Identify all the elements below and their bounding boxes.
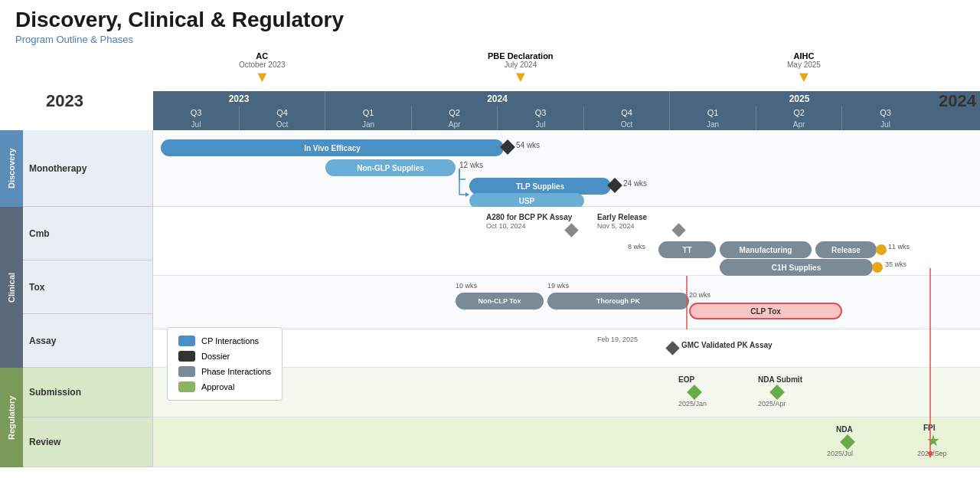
a280-date: Oct 10, 2024 — [486, 222, 526, 230]
clinical-section-label: Clinical Cmb Tox Assay — [0, 207, 153, 368]
bar-tlp: TLP Supplies — [469, 178, 611, 195]
page-title: Discovery, Clinical & Regulatory — [0, 0, 980, 34]
nonclptox-weeks: 10 wks — [456, 282, 477, 290]
gmc-label: GMC Validated PK Assay — [681, 341, 773, 349]
assay-label: Assay — [23, 314, 153, 368]
early-release-diamond — [671, 223, 685, 237]
header-years: 2023 2024 2025 — [153, 91, 980, 106]
q4-2024: Q4 — [584, 106, 670, 119]
row-review: NDA 2025/Jul ★ FPI 2025/Sep — [153, 418, 980, 467]
bar-clptox: CLP Tox — [689, 303, 842, 319]
a280-diamond — [564, 223, 578, 237]
q2-2025: Q2 — [756, 106, 842, 119]
legend-color-phase2 — [178, 366, 195, 377]
legend: CP Interactions Dossier Phase Interactio… — [167, 327, 283, 401]
ms-pbe-label: PBE Declaration — [488, 51, 554, 61]
nda-submit-date: 2025/Apr — [758, 400, 786, 408]
left-labels: Discovery Monotherapy Clinical Cmb Tox A… — [0, 130, 153, 467]
discovery-tab: Discovery — [0, 130, 23, 207]
gmc-diamond — [665, 341, 679, 355]
bar-manufacturing: Manufacturing — [720, 241, 812, 258]
month-jan-24: Jan — [325, 119, 412, 130]
release-weeks: 11 wks — [888, 243, 910, 250]
month-oct-24: Oct — [584, 119, 670, 130]
month-jan-25: Jan — [670, 119, 756, 130]
gantt-body: Discovery Monotherapy Clinical Cmb Tox A… — [0, 130, 980, 467]
eop-diamond — [687, 385, 702, 400]
regulatory-rows: Submission Review — [23, 368, 153, 467]
svg-marker-0 — [466, 192, 469, 197]
q1-2024: Q1 — [325, 106, 412, 119]
gmc-date: Feb 19, 2025 — [597, 336, 638, 343]
legend-label-phase2: Phase Interactions — [201, 367, 271, 376]
q1-2025: Q1 — [670, 106, 756, 119]
header-quarters: Q3 Q4 Q1 Q2 Q3 Q4 Q1 Q2 Q3 — [153, 106, 980, 119]
legend-item-phase2: Phase Interactions — [178, 366, 271, 377]
milestones-row: AC October 2023 ▼ PBE Declaration July 2… — [153, 51, 980, 91]
milestone-aihc: AIHC May 2025 ▼ — [787, 51, 821, 84]
legend-item-approval: Approval — [178, 381, 271, 392]
q2-2024: Q2 — [412, 106, 498, 119]
tox-label: Tox — [23, 260, 153, 314]
release-end-marker — [876, 244, 887, 255]
arrow-nonglp-usp — [458, 169, 473, 199]
bar-release: Release — [815, 241, 877, 258]
q3-2023: Q3 — [153, 106, 240, 119]
c1h-weeks: 35 wks — [885, 260, 906, 268]
year-2024: 2024 — [325, 91, 670, 106]
legend-item-cp: CP Interactions — [178, 336, 271, 346]
discovery-section-label: Discovery Monotherapy — [0, 130, 153, 207]
tlp-weeks: 24 wks — [623, 179, 647, 188]
fpi-star: ★ — [926, 431, 940, 450]
early-release-label: Early Release — [597, 213, 647, 221]
bar-thoroughpk: Thorough PK — [547, 293, 689, 309]
fpi-date: 2025/Sep — [917, 450, 947, 457]
q3-2024: Q3 — [498, 106, 584, 119]
legend-item-dossier: Dossier — [178, 351, 271, 362]
regulatory-tab: Regulatory — [0, 368, 23, 467]
bar-c1h: C1H Supplies — [720, 259, 873, 276]
ms-ac-arrow: ▼ — [239, 69, 286, 84]
milestone-pbe: PBE Declaration July 2024 ▼ — [488, 51, 554, 84]
ms-pbe-arrow: ▼ — [488, 69, 554, 84]
a280-label: A280 for BCP PK Assay — [486, 213, 572, 221]
eop-label: EOP — [678, 375, 694, 384]
cmb-label: Cmb — [23, 207, 153, 260]
row-tox: Non-CLP Tox 10 wks Thorough PK 19 wks CL… — [153, 276, 980, 329]
month-apr-25: Apr — [756, 119, 842, 130]
nda-submit-label: NDA Submit — [758, 375, 802, 384]
clinical-rows: Cmb Tox Assay — [23, 207, 153, 368]
invivo-weeks: 54 wks — [516, 141, 540, 149]
legend-color-approval — [178, 381, 195, 392]
row-monotherapy: In Vivo Efficacy 54 wks Non-GLP Supplies… — [153, 130, 980, 207]
legend-color-dossier — [178, 351, 195, 362]
month-jul-25: Jul — [842, 119, 929, 130]
milestone-ac: AC October 2023 ▼ — [239, 51, 286, 84]
q3-2025: Q3 — [842, 106, 929, 119]
thoroughpk-weeks: 19 wks — [547, 282, 569, 290]
ms-aihc-arrow: ▼ — [787, 69, 821, 84]
ms-aihc-label: AIHC — [787, 51, 821, 61]
month-jul-23: Jul — [153, 119, 240, 130]
year-label-left: 2023 — [46, 91, 83, 111]
gantt-rows-area: In Vivo Efficacy 54 wks Non-GLP Supplies… — [153, 130, 980, 467]
clinical-tab: Clinical — [0, 207, 23, 368]
early-release-date: Nov 5, 2024 — [597, 222, 635, 230]
month-apr-24: Apr — [412, 119, 498, 130]
ms-ac-label: AC — [239, 51, 286, 61]
fpi-label: FPI — [923, 424, 936, 432]
month-oct-23: Oct — [240, 119, 325, 130]
bar-nonglp: Non-GLP Supplies — [325, 159, 456, 176]
nda-label: NDA — [836, 425, 853, 434]
legend-label-cp: CP Interactions — [201, 336, 259, 345]
legend-label-approval: Approval — [201, 382, 234, 391]
page-subtitle: Program Outline & Phases — [0, 34, 980, 51]
timeline-area: AC October 2023 ▼ PBE Declaration July 2… — [0, 51, 980, 467]
regulatory-section-label: Regulatory Submission Review — [0, 368, 153, 467]
nda-date: 2025/Jul — [827, 450, 853, 457]
year-2023: 2023 — [153, 91, 325, 106]
eop-date: 2025/Jan — [678, 400, 707, 408]
nda-submit-diamond — [769, 385, 785, 400]
year-label-right: 2024 — [939, 91, 976, 111]
year-2025: 2025 — [670, 91, 929, 106]
